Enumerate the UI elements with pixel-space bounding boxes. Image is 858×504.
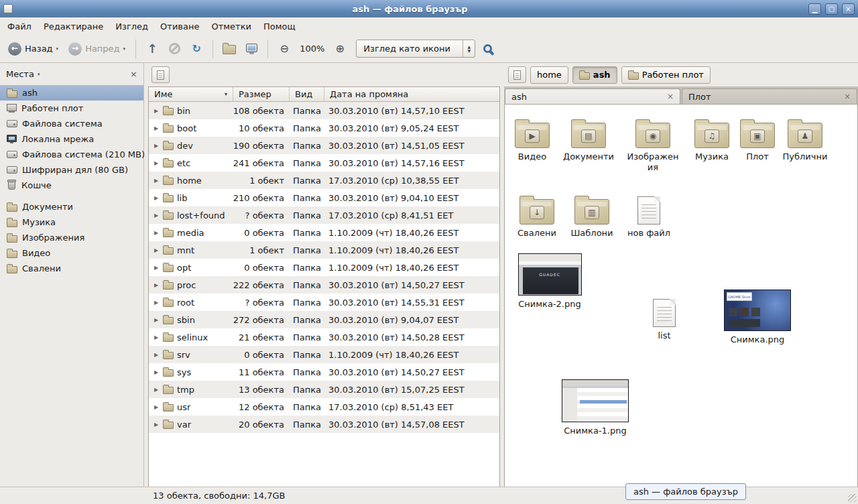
table-row[interactable]: ▶sys11 обектаПапка30.03.2010 (вт) 14,50,…	[149, 363, 499, 381]
icon-view-item[interactable]: ▤Документи	[562, 118, 615, 162]
computer-button[interactable]	[241, 39, 261, 59]
expander-icon[interactable]: ▶	[153, 230, 160, 236]
expander-icon[interactable]: ▶	[153, 300, 160, 306]
maximize-button[interactable]: ▢	[825, 3, 838, 15]
window-menu-icon[interactable]	[3, 4, 13, 13]
icon-view[interactable]: ▶Видео▤Документи◉Изображения♫Музика▣Плот…	[504, 105, 858, 487]
expander-icon[interactable]: ▶	[153, 178, 160, 184]
icon-view-item[interactable]: GUADECСнимка-2.png	[515, 253, 584, 310]
column-header[interactable]: Размер	[233, 87, 290, 102]
icon-view-item[interactable]: ↓Свалени	[510, 194, 564, 239]
expander-icon[interactable]: ▶	[153, 108, 160, 114]
minimize-button[interactable]: ▁	[808, 3, 821, 15]
table-row[interactable]: ▶home1 обектПапка17.03.2010 (ср) 10,38,5…	[149, 172, 499, 189]
table-row[interactable]: ▶srv0 обектаПапка1.10.2009 (чт) 18,40,26…	[149, 346, 499, 363]
combo-stepper[interactable]: ▲ ▼	[463, 40, 475, 57]
table-row[interactable]: ▶lib210 обектаПапка30.03.2010 (вт) 9,04,…	[149, 189, 499, 206]
menu-item-2[interactable]: Изглед	[109, 17, 154, 35]
icon-view-item[interactable]: ▣Плот	[731, 118, 784, 162]
table-row[interactable]: ▶lost+found? обектаПапка17.03.2010 (ср) …	[149, 206, 499, 224]
menu-item-3[interactable]: Отиване	[154, 17, 205, 35]
expander-icon[interactable]: ▶	[153, 404, 160, 410]
expander-icon[interactable]: ▶	[153, 212, 160, 218]
expander-icon[interactable]: ▶	[153, 369, 160, 375]
up-button[interactable]: ↑	[142, 39, 162, 59]
expander-icon[interactable]: ▶	[153, 125, 160, 131]
home-button[interactable]	[219, 39, 239, 59]
icon-view-item[interactable]: ▶Видео	[505, 118, 559, 162]
sidebar-item[interactable]: Файлова система (210 MB)	[0, 147, 143, 162]
expander-icon[interactable]: ▶	[153, 352, 160, 358]
sidebar-item[interactable]: Шифриран дял (80 GB)	[0, 162, 143, 178]
expander-icon[interactable]: ▶	[153, 247, 160, 253]
expander-icon[interactable]: ▶	[153, 282, 160, 288]
menu-item-5[interactable]: Помощ	[257, 17, 302, 35]
icon-view-item[interactable]: ♟Публични	[778, 118, 832, 162]
column-header[interactable]: Вид	[290, 87, 324, 102]
table-row[interactable]: ▶root? обектаПапка30.03.2010 (вт) 14,55,…	[149, 294, 499, 311]
expander-icon[interactable]: ▶	[153, 334, 160, 340]
sidebar-item[interactable]: Кошче	[0, 178, 143, 193]
column-header[interactable]: Дата на промяна	[324, 87, 499, 102]
close-icon[interactable]: ×	[844, 92, 851, 101]
reload-button[interactable]: ↻	[186, 39, 206, 59]
sidebar-item[interactable]: Свалени	[0, 261, 143, 276]
close-icon[interactable]: ×	[667, 92, 674, 101]
sidebar-item[interactable]: ash	[0, 85, 143, 101]
table-row[interactable]: ▶opt0 обектаПапка1.10.2009 (чт) 18,40,26…	[149, 259, 499, 276]
expander-icon[interactable]: ▶	[153, 387, 160, 393]
table-row[interactable]: ▶media0 обектаПапка1.10.2009 (чт) 18,40,…	[149, 224, 499, 241]
table-row[interactable]: ▶bin108 обектаПапка30.03.2010 (вт) 14,57…	[149, 102, 499, 119]
icon-view-item[interactable]: list	[637, 299, 691, 341]
table-row[interactable]: ▶mnt1 обектПапка1.10.2009 (чт) 18,40,26 …	[149, 241, 499, 259]
menu-item-4[interactable]: Отметки	[205, 17, 257, 35]
expander-icon[interactable]: ▶	[153, 265, 160, 271]
table-row[interactable]: ▶etc241 обектаПапка30.03.2010 (вт) 14,57…	[149, 154, 499, 172]
sidebar-item[interactable]: Локална мрежа	[0, 131, 143, 147]
table-row[interactable]: ▶usr12 обектаПапка17.03.2010 (ср) 8,51,4…	[149, 398, 499, 416]
column-header[interactable]: Име▾	[149, 87, 233, 102]
view-mode-select[interactable]: Изглед като икони ▲ ▼	[356, 40, 475, 58]
sidebar-item[interactable]: Музика	[0, 214, 143, 230]
expander-icon[interactable]: ▶	[153, 160, 160, 166]
path-button[interactable]: Работен плот	[621, 66, 711, 84]
icon-view-item[interactable]: ▥Шаблони	[565, 194, 619, 239]
sidebar-item[interactable]: Изображения	[0, 230, 143, 245]
table-row[interactable]: ▶tmp13 обектаПапка30.03.2010 (вт) 15,07,…	[149, 381, 499, 398]
pathbar-scroll-button[interactable]	[508, 66, 526, 83]
table-row[interactable]: ▶var20 обектаПапка30.03.2010 (вт) 14,57,…	[149, 416, 499, 433]
sidebar-item[interactable]: Видео	[0, 245, 143, 261]
table-row[interactable]: ▶dev190 обектаПапка30.03.2010 (вт) 14,51…	[149, 137, 499, 154]
chevron-down-icon[interactable]: ▾	[56, 46, 59, 52]
menu-item-0[interactable]: Файл	[1, 17, 38, 35]
icon-view-item[interactable]: нов файл	[622, 196, 676, 239]
zoom-out-button[interactable]: ⊖	[274, 39, 294, 59]
path-button[interactable]: ash	[572, 66, 617, 84]
search-button[interactable]	[477, 39, 497, 59]
expander-icon[interactable]: ▶	[153, 143, 160, 149]
tab[interactable]: Плот×	[682, 88, 857, 104]
icon-view-item[interactable]: ◉Изображения	[626, 118, 680, 172]
path-button[interactable]: home	[530, 66, 568, 84]
icon-view-item[interactable]: GNOME StoreСнимка.png	[723, 290, 792, 345]
table-row[interactable]: ▶boot10 обектаПапка30.03.2010 (вт) 9,05,…	[149, 119, 499, 137]
path-root-button[interactable]	[151, 66, 170, 83]
icon-view-item[interactable]: Снимка-1.png	[561, 379, 629, 436]
expander-icon[interactable]: ▶	[153, 195, 160, 201]
stop-button[interactable]	[164, 39, 184, 59]
zoom-in-button[interactable]: ⊕	[330, 39, 350, 59]
table-row[interactable]: ▶sbin272 обектаПапка30.03.2010 (вт) 9,04…	[149, 311, 499, 328]
tab[interactable]: ash×	[505, 88, 680, 104]
sidebar-item[interactable]: Файлова система	[0, 116, 143, 131]
sidebar-close-icon[interactable]: ×	[130, 69, 137, 79]
expander-icon[interactable]: ▶	[153, 317, 160, 323]
table-row[interactable]: ▶proc222 обектаПапка30.03.2010 (вт) 14,5…	[149, 276, 499, 294]
resize-grip[interactable]	[848, 494, 857, 503]
sidebar-item[interactable]: Работен плот	[0, 101, 143, 116]
sidebar-item[interactable]: Документи	[0, 199, 143, 214]
places-title[interactable]: Места	[6, 69, 34, 79]
expander-icon[interactable]: ▶	[153, 422, 160, 428]
titlebar[interactable]: ash — файлов браузър ▁ ▢ ×	[0, 0, 858, 17]
menu-item-1[interactable]: Редактиране	[38, 17, 109, 35]
table-row[interactable]: ▶selinux21 обектаПапка30.03.2010 (вт) 14…	[149, 328, 499, 346]
